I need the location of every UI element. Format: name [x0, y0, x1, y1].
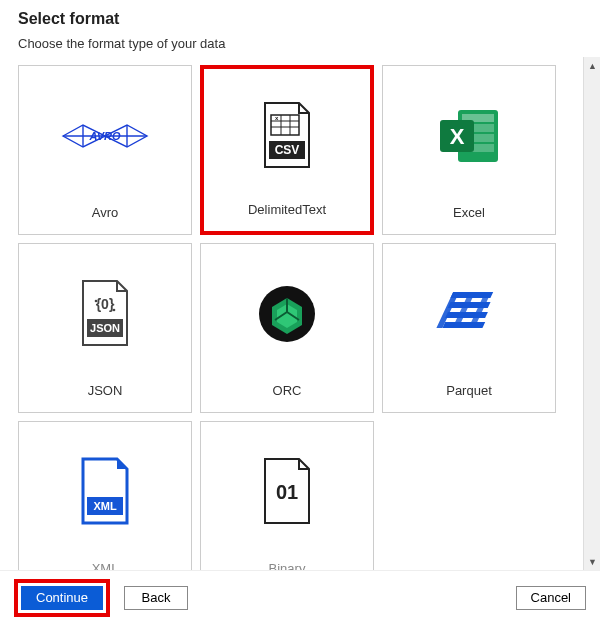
format-tile-json[interactable]: {0} JSON JSON [18, 243, 192, 413]
scroll-up-arrow[interactable]: ▲ [584, 57, 600, 74]
svg-point-18 [113, 308, 116, 311]
back-button[interactable]: Back [124, 586, 188, 610]
svg-text:01: 01 [276, 481, 298, 503]
format-label: DelimitedText [248, 202, 326, 231]
page-subtitle: Choose the format type of your data [18, 36, 582, 51]
format-tile-avro[interactable]: AVRO Avro [18, 65, 192, 235]
format-label: Parquet [446, 383, 492, 412]
parquet-icon [434, 244, 504, 383]
vertical-scrollbar[interactable]: ▲ ▼ [583, 57, 600, 570]
format-tile-delimitedtext[interactable]: x CSV DelimitedText [200, 65, 374, 235]
svg-rect-25 [442, 322, 485, 328]
format-label: Excel [453, 205, 485, 234]
svg-text:X: X [450, 124, 465, 149]
scroll-down-arrow[interactable]: ▼ [584, 553, 600, 570]
format-tile-xml[interactable]: XML XML [18, 421, 192, 570]
format-grid: AVRO Avro [18, 61, 583, 570]
csv-icon: x CSV [259, 69, 315, 202]
format-label: XML [92, 561, 119, 570]
continue-highlight: Continue [14, 579, 110, 617]
format-label: JSON [88, 383, 123, 412]
json-icon: {0} JSON [77, 244, 133, 383]
format-tile-orc[interactable]: ORC [200, 243, 374, 413]
dialog-footer: Continue Back Cancel [0, 570, 600, 624]
svg-point-17 [95, 299, 98, 302]
svg-text:XML: XML [93, 500, 117, 512]
svg-text:{0}: {0} [96, 296, 115, 312]
svg-text:JSON: JSON [90, 322, 120, 334]
orc-icon [255, 244, 319, 383]
cancel-button[interactable]: Cancel [516, 586, 586, 610]
format-label: ORC [273, 383, 302, 412]
format-tile-excel[interactable]: X Excel [382, 65, 556, 235]
format-tile-parquet[interactable]: Parquet [382, 243, 556, 413]
format-tile-binary[interactable]: 01 Binary [200, 421, 374, 570]
continue-button[interactable]: Continue [21, 586, 103, 610]
svg-text:AVRO: AVRO [89, 130, 121, 142]
svg-rect-24 [445, 312, 488, 318]
excel-icon: X [434, 66, 504, 205]
dialog-header: Select format Choose the format type of … [0, 0, 600, 57]
format-label: Avro [92, 205, 119, 234]
format-label: Binary [269, 561, 306, 570]
svg-text:CSV: CSV [275, 143, 300, 157]
binary-icon: 01 [259, 422, 315, 561]
xml-icon: XML [77, 422, 133, 561]
avro-icon: AVRO [61, 66, 149, 205]
page-title: Select format [18, 10, 582, 28]
